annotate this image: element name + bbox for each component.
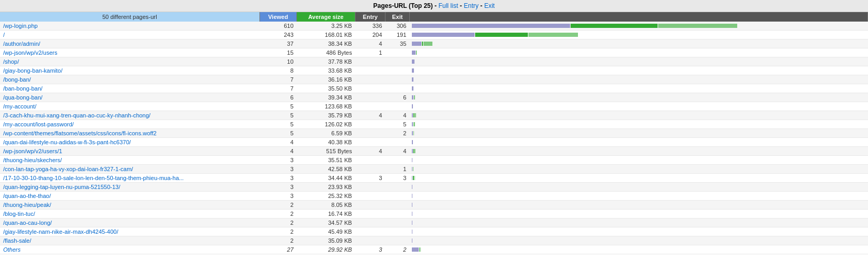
url-cell[interactable]: /flash-sale/ [0,236,259,245]
subtitle: 50 different pages-url [102,14,157,20]
avgsize-cell: 37.78 KB [297,57,355,66]
avgsize-cell: 34.57 KB [297,219,355,227]
viewed-cell: 5 [259,111,296,120]
entry-cell [355,227,385,236]
url-cell[interactable]: /3-cach-khu-mui-xang-tren-quan-ao-cuc-ky… [0,111,259,120]
bar-cell [410,31,868,39]
avgsize-cell: 168.01 KB [297,31,355,39]
viewed-cell: 6 [259,93,296,102]
viewed-cell: 2 [259,236,296,245]
url-cell[interactable]: /qua-bong-ban/ [0,93,259,102]
entry-bar [413,113,414,117]
url-cell[interactable]: /quan-ao-cau-long/ [0,219,259,227]
viewed-bar [412,247,419,252]
entry-cell [355,75,385,84]
exit-cell [385,192,410,201]
avgsize-cell: 29.92 KB [297,245,355,254]
full-list-link[interactable]: Full list [438,2,458,9]
url-cell[interactable]: /giay-bong-ban-kamito/ [0,66,259,75]
viewed-bar [412,131,413,135]
exit-bar [413,122,414,126]
viewed-cell: 15 [259,48,296,57]
avgsize-cell: 38.34 KB [297,39,355,48]
viewed-cell: 4 [259,138,296,147]
entry-cell [355,183,385,192]
url-cell[interactable]: /wp-login.php [0,22,259,31]
bar-cell [410,236,868,245]
entry-cell [355,84,385,93]
title-bar: Pages-URL (Top 25) - Full list - Entry -… [0,0,868,12]
entry-cell [355,120,385,129]
viewed-cell: 7 [259,84,296,93]
table-row: /giay-bong-ban-kamito/ 8 33.68 KB [0,66,868,75]
url-cell[interactable]: /bong-ban/ [0,75,259,84]
bar-cell [410,22,868,31]
viewed-cell: 5 [259,129,296,138]
bar-cell [410,66,868,75]
viewed-bar [412,95,413,100]
url-cell[interactable]: /quan-ao-the-thao/ [0,192,259,201]
exit-cell: 35 [385,39,410,48]
table-row: /3-cach-khu-mui-xang-tren-quan-ao-cuc-ky… [0,111,868,120]
table-row: /wp-json/wp/v2/users 15 486 Bytes 1 [0,48,868,57]
table-row: /wp-login.php 610 3.25 KB 336 306 [0,22,868,31]
url-cell[interactable]: /thuong-hieu/peak/ [0,201,259,210]
avgsize-cell: 25.32 KB [297,192,355,201]
url-cell[interactable]: /giay-lifestyle-nam-nike-air-max-dh4245-… [0,227,259,236]
avgsize-cell: 35.51 KB [297,156,355,165]
entry-cell [355,129,385,138]
url-cell[interactable]: /quan-legging-tap-luyen-nu-puma-521550-1… [0,183,259,192]
url-cell[interactable]: /ban-bong-ban/ [0,84,259,93]
exit-cell: 2 [385,129,410,138]
url-cell[interactable]: /blog-tin-tuc/ [0,210,259,219]
viewed-cell: 3 [259,156,296,165]
viewed-cell: 3 [259,183,296,192]
table-row: /author/admin/ 37 38.34 KB 4 35 [0,39,868,48]
table-row: /quan-ao-the-thao/ 3 25.32 KB [0,192,868,201]
url-cell[interactable]: /wp-json/wp/v2/users/1 [0,147,259,156]
url-cell[interactable]: /thuong-hieu/skechers/ [0,156,259,165]
entry-cell [355,66,385,75]
entry-cell: 1 [355,48,385,57]
url-cell[interactable]: /author/admin/ [0,39,259,48]
viewed-bar [412,194,412,198]
entry-cell [355,165,385,174]
entry-cell [355,102,385,111]
avgsize-cell: 40.38 KB [297,138,355,147]
url-cell[interactable]: / [0,31,259,39]
exit-bar [413,131,414,135]
url-cell[interactable]: /wp-json/wp/v2/users [0,48,259,57]
viewed-cell: 243 [259,31,296,39]
viewed-bar [412,158,412,162]
url-cell[interactable]: /wp-content/themes/flatsome/assets/css/i… [0,129,259,138]
avgsize-cell: 33.68 KB [297,66,355,75]
entry-bar [413,176,413,180]
exit-bar [415,149,416,153]
url-cell[interactable]: /my-account/ [0,102,259,111]
viewed-bar [412,33,475,37]
bar-cell [410,102,868,111]
avgsize-cell: 126.02 KB [297,120,355,129]
url-cell[interactable]: /my-account/lost-password/ [0,120,259,129]
exit-link[interactable]: Exit [484,2,495,9]
url-cell[interactable]: /con-lan-tap-yoga-ha-vy-xop-dai-loan-fr3… [0,165,259,174]
entry-link[interactable]: Entry [464,2,478,9]
url-cell[interactable]: /quan-dai-lifestyle-nu-adidas-w-fi-3s-pa… [0,138,259,147]
entry-cell [355,93,385,102]
entry-cell [355,156,385,165]
viewed-cell: 3 [259,192,296,201]
bar-cell [410,183,868,192]
exit-bar [528,33,578,37]
url-cell[interactable]: /17-10-30-10-thang-10-sale-lon-len-den-5… [0,174,259,183]
exit-cell: 191 [385,31,410,39]
url-cell[interactable]: /shop/ [0,57,259,66]
entry-cell: 4 [355,147,385,156]
table-row: Others 27 29.92 KB 3 2 [0,245,868,254]
bar-cell [410,245,868,254]
viewed-cell: 10 [259,57,296,66]
bar-cell [410,156,868,165]
viewed-bar [412,167,412,171]
table-row: /flash-sale/ 2 35.09 KB [0,236,868,245]
viewed-bar [412,59,414,64]
url-cell[interactable]: Others [0,245,259,254]
